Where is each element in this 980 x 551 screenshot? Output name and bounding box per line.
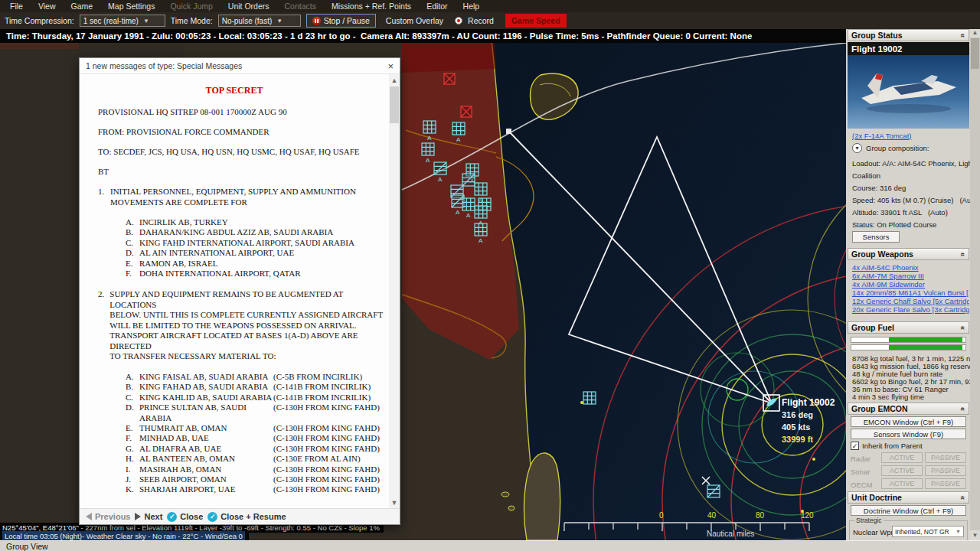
collapse-icon[interactable]: « <box>959 33 968 37</box>
svg-text:316 deg: 316 deg <box>782 410 813 419</box>
oecm-label: OECM <box>851 481 873 489</box>
group-emcon-header[interactable]: Group EMCON« <box>848 403 969 415</box>
message-body: TOP SECRET PROVISIONAL HQ SITREP 08-001 … <box>80 74 400 508</box>
chevron-circle-icon[interactable]: ▾ <box>852 143 862 153</box>
time-compression-label: Time Compression: <box>5 16 74 25</box>
group-weapons-header[interactable]: Group Weapons« <box>848 248 969 260</box>
sensors-button[interactable]: Sensors <box>852 231 900 243</box>
menu-contacts: Contacts <box>278 1 323 11</box>
scroll-down-icon[interactable]: ▼ <box>389 497 400 508</box>
loadout-text: Loadout: A/A: AIM-54C Phoenix, Light+ Ba… <box>852 159 971 168</box>
unit-doctrine-header[interactable]: Unit Doctrine« <box>848 491 969 504</box>
menu-bar: File View Game Map Settings Quick Jump U… <box>0 0 980 12</box>
svg-text:405 kts: 405 kts <box>782 422 810 432</box>
emcon-window-button[interactable]: EMCON Window (Ctrl + F9) <box>851 416 966 427</box>
menu-game[interactable]: Game <box>64 1 100 11</box>
sitrep-list-1: A.INCIRLIK AB, TURKEY B.DAHARAN/KING ABD… <box>80 217 389 279</box>
nuclear-wpn-select[interactable]: Inherited, NOT GR▼ <box>892 526 964 537</box>
unit-type-link[interactable]: (2x F-14A Tomcat) <box>852 132 969 140</box>
menu-help[interactable]: Help <box>456 1 487 11</box>
message-footer: Previous Next ✓ Close ✓ Close + Resume <box>80 508 400 524</box>
scroll-thumb[interactable] <box>971 38 979 69</box>
sitrep-to: TO: SECDEF, JCS, HQ USA, HQ USN, HQ USMC… <box>98 147 389 156</box>
weapon-link[interactable]: 12x Generic Chaff Salvo [5x Cartridges] <box>852 297 969 305</box>
collapse-icon[interactable]: « <box>959 325 968 330</box>
svg-text:A: A <box>427 135 432 142</box>
record-label: Record <box>468 16 494 25</box>
previous-icon <box>86 513 92 520</box>
radar-active-button[interactable]: ACTIVE <box>881 452 923 463</box>
time-mode-select[interactable]: No-pulse (fast)▼ <box>218 15 301 27</box>
speed-text: Speed: 405 kts (M 0.7) (Cruise) (Auto) <box>852 196 971 204</box>
sitrep-item-2: 2. SUPPLY AND EQUIPMENT REMAINS TO BE AU… <box>98 289 389 362</box>
right-panel: Group Status« Flight 19002 (2x F-14A Tom… <box>846 28 980 540</box>
islet <box>501 492 509 497</box>
close-button[interactable]: ✓ Close <box>167 512 203 522</box>
svg-text:A: A <box>438 176 443 183</box>
svg-text:A: A <box>426 157 430 164</box>
weapon-link[interactable]: 20x Generic Flare Salvo [3x Cartridges, … <box>852 305 969 314</box>
next-button[interactable]: Next <box>135 512 162 521</box>
menu-editor[interactable]: Editor <box>420 1 454 11</box>
radar-label: Radar <box>851 455 871 463</box>
chevron-down-icon: ▼ <box>956 529 961 534</box>
sitrep-list-2: A.KING FAISAL AB, SUADI ARABIA(C-5B FROM… <box>80 372 389 495</box>
menu-missions-ref-points[interactable]: Missions + Ref. Points <box>325 1 418 11</box>
oecm-passive-button[interactable]: PASSIVE <box>925 478 966 489</box>
stop-pause-button[interactable]: Stop / Pause <box>306 14 376 28</box>
group-fuel-header[interactable]: Group Fuel« <box>848 321 969 334</box>
contact-dot[interactable] <box>812 458 815 461</box>
sensors-window-button[interactable]: Sensors Window (F9) <box>851 429 966 439</box>
svg-text:A: A <box>456 136 461 143</box>
svg-text:A: A <box>466 212 471 219</box>
oecm-active-button[interactable]: ACTIVE <box>881 478 923 489</box>
close-icon[interactable]: × <box>387 60 394 72</box>
scroll-thumb[interactable] <box>390 86 399 123</box>
fuel-line: 4 min 3 sec flying time <box>852 393 971 401</box>
weapon-link[interactable]: 4x AIM-54C Phoenix <box>852 263 969 272</box>
waypoint-marker[interactable] <box>506 129 511 134</box>
svg-text:A: A <box>479 237 483 244</box>
svg-text:A: A <box>456 209 460 216</box>
menu-map-settings[interactable]: Map Settings <box>101 1 162 11</box>
custom-overlay-button[interactable]: Custom Overlay <box>386 16 443 25</box>
message-scrollbar[interactable]: ▲ ▼ <box>389 74 400 508</box>
inherit-checkbox[interactable]: ✓ <box>851 442 859 450</box>
message-window-title: 1 new messages of type: Special Messages <box>86 61 242 70</box>
weapon-link[interactable]: 6x AIM-7M Sparrow III <box>852 272 969 280</box>
svg-text:120: 120 <box>801 511 814 520</box>
collapse-icon[interactable]: « <box>959 252 968 256</box>
record-radio[interactable] <box>455 17 462 24</box>
weapon-link[interactable]: 14x 20mm/85 M61A1 Vulcan Burst [100 rnds… <box>852 289 969 297</box>
sonar-active-button[interactable]: ACTIVE <box>881 465 923 476</box>
view-mode-bar: Group View <box>0 540 980 551</box>
sonar-passive-button[interactable]: PASSIVE <box>925 465 966 476</box>
islet <box>508 506 514 510</box>
group-status-header[interactable]: Group Status« <box>848 29 969 41</box>
menu-view[interactable]: View <box>31 1 63 11</box>
time-compression-select[interactable]: 1 sec (real-time)▼ <box>80 15 165 27</box>
doctrine-window-button[interactable]: Doctrine Window (Ctrl + F9) <box>851 505 966 516</box>
panel-scrollbar[interactable]: ▲ ▼ <box>970 28 980 540</box>
chevron-down-icon: ▼ <box>276 18 283 24</box>
menu-file[interactable]: File <box>3 1 30 11</box>
collapse-icon[interactable]: « <box>959 406 968 411</box>
sitrep-item-1: 1. INITIAL PERSONNEL, EQUIPMENT, SUPPLY … <box>98 187 389 207</box>
scroll-up-icon[interactable]: ▲ <box>389 74 400 86</box>
message-window-titlebar[interactable]: 1 new messages of type: Special Messages… <box>80 58 400 74</box>
radar-passive-button[interactable]: PASSIVE <box>925 452 966 463</box>
sitrep-bt: BT <box>98 167 389 176</box>
sitrep-from: FROM: PROVISIONAL FORCE COMMANDER <box>98 127 389 136</box>
side-text: Coalition <box>852 171 971 180</box>
contact-dot[interactable] <box>580 401 583 404</box>
menu-quick-jump: Quick Jump <box>163 1 219 11</box>
weapon-link[interactable]: 4x AIM-9M Sidewinder <box>852 280 969 289</box>
svg-text:0: 0 <box>659 511 664 520</box>
previous-button[interactable]: Previous <box>86 512 130 521</box>
game-speed-button[interactable]: Game Speed <box>505 14 567 28</box>
menu-unit-orders[interactable]: Unit Orders <box>221 1 276 11</box>
scroll-down-icon[interactable]: ▼ <box>970 530 980 540</box>
close-resume-button[interactable]: ✓ Close + Resume <box>207 512 286 522</box>
collapse-icon[interactable]: « <box>959 495 968 500</box>
fuel-gauge <box>851 344 966 350</box>
